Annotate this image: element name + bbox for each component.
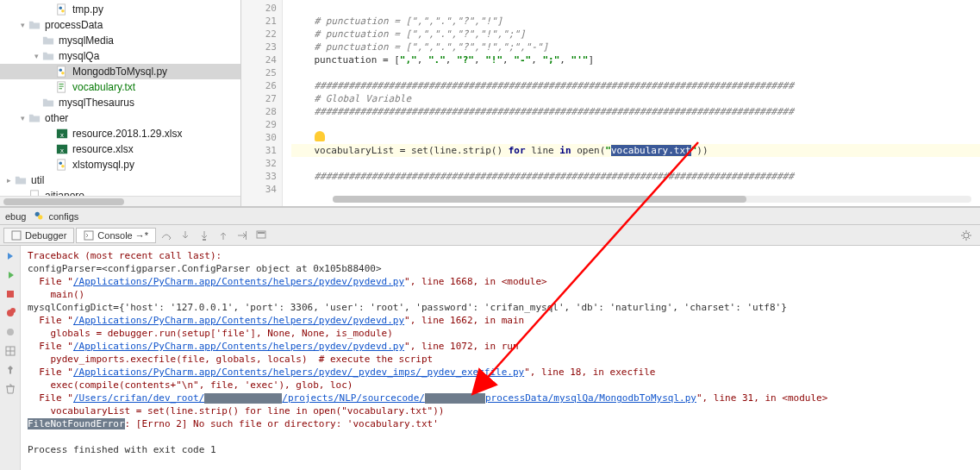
editor-code[interactable]: # punctuation = [",",".","?","!"] # punc… bbox=[283, 0, 980, 206]
trash-button[interactable] bbox=[3, 382, 17, 396]
python-icon bbox=[33, 210, 45, 223]
step-into-button[interactable] bbox=[177, 227, 194, 244]
tree-label: processData bbox=[45, 19, 103, 31]
pin-button[interactable] bbox=[3, 363, 17, 377]
debug-tool-label: ebug bbox=[5, 211, 26, 222]
rerun-button[interactable] bbox=[3, 249, 17, 263]
svg-text:x: x bbox=[60, 131, 64, 139]
tree-item-vocabulary[interactable]: vocabulary.txt bbox=[0, 79, 240, 95]
step-over-button[interactable] bbox=[158, 227, 175, 244]
tree-item-mysqlthesaurus[interactable]: mysqlThesaurus bbox=[0, 95, 240, 110]
debug-side-toolbar bbox=[0, 246, 21, 470]
folder-icon bbox=[41, 49, 55, 63]
selected-text: vocabulary.txt bbox=[611, 145, 691, 156]
run-to-cursor-button[interactable] bbox=[234, 227, 251, 244]
console-line: globals = debugger.run(setup['file'], No… bbox=[28, 327, 975, 340]
folder-icon bbox=[28, 111, 41, 125]
svg-rect-3 bbox=[58, 66, 66, 77]
tree-item-processdata[interactable]: ▾processData bbox=[0, 17, 240, 33]
excel-file-icon: x bbox=[55, 127, 69, 141]
svg-point-27 bbox=[7, 329, 14, 335]
python-file-icon bbox=[55, 158, 69, 172]
svg-point-1 bbox=[59, 7, 63, 10]
editor-pane: 202122232425262728293031323334 # punctua… bbox=[241, 0, 980, 206]
svg-point-16 bbox=[39, 215, 43, 219]
editor-horizontal-scrollbar[interactable] bbox=[333, 196, 971, 203]
chevron-down-icon[interactable]: ▾ bbox=[17, 21, 28, 29]
tree-item-util[interactable]: ▸util bbox=[0, 172, 240, 188]
debugger-tab[interactable]: Debugger bbox=[3, 228, 74, 243]
svg-point-2 bbox=[61, 9, 65, 13]
chevron-down-icon[interactable]: ▾ bbox=[17, 114, 28, 122]
evaluate-button[interactable] bbox=[253, 227, 270, 244]
file-link[interactable]: /Applications/PyCharm.app/Contents/helpe… bbox=[73, 341, 404, 352]
excel-file-icon: x bbox=[55, 142, 69, 156]
svg-rect-20 bbox=[246, 231, 247, 240]
svg-point-26 bbox=[10, 308, 16, 313]
settings-button[interactable] bbox=[958, 227, 975, 244]
tree-item-xlstomysql[interactable]: xlstomysql.py bbox=[0, 157, 240, 172]
resume-button[interactable] bbox=[3, 268, 17, 282]
svg-point-12 bbox=[59, 162, 63, 166]
svg-text:x: x bbox=[60, 147, 64, 154]
file-link[interactable]: /Applications/PyCharm.app/Contents/helpe… bbox=[73, 367, 524, 378]
python-file-icon bbox=[55, 65, 69, 78]
debugger-tabs: Debugger Console →* bbox=[0, 225, 980, 246]
file-icon bbox=[28, 189, 41, 196]
run-config-bar: ebug configs bbox=[0, 207, 980, 225]
layout-button[interactable] bbox=[3, 344, 17, 358]
tree-horizontal-scrollbar[interactable] bbox=[0, 196, 240, 206]
tree-label: mysqlThesaurus bbox=[59, 97, 134, 109]
console-line: Traceback (most recent call last): bbox=[28, 249, 975, 262]
stop-button[interactable] bbox=[3, 287, 17, 301]
tree-item-mysqlqa[interactable]: ▾mysqlQa bbox=[0, 48, 240, 64]
svg-rect-6 bbox=[58, 82, 66, 92]
tree-item-tmp[interactable]: tmp.py bbox=[0, 2, 240, 17]
project-tree[interactable]: tmp.py ▾processData mysqlMedia ▾mysqlQa … bbox=[0, 0, 240, 196]
console-line: Process finished with exit code 1 bbox=[28, 443, 975, 456]
console-line: vocabularyList = set(line.strip() for li… bbox=[28, 404, 975, 417]
tree-item-resource-dated[interactable]: xresource.2018.1.29.xlsx bbox=[0, 126, 240, 141]
chevron-down-icon[interactable]: ▾ bbox=[31, 52, 41, 60]
view-breakpoints-button[interactable] bbox=[3, 306, 17, 320]
tree-label: vocabulary.txt bbox=[72, 81, 135, 93]
tree-item-other[interactable]: ▾other bbox=[0, 110, 240, 126]
folder-icon bbox=[41, 34, 55, 47]
python-file-icon bbox=[55, 3, 69, 16]
svg-rect-24 bbox=[7, 291, 14, 298]
console-output[interactable]: Traceback (most recent call last): confi… bbox=[21, 246, 980, 470]
tree-label: MongodbToMysql.py bbox=[72, 66, 167, 78]
svg-point-13 bbox=[61, 165, 65, 168]
tree-label: mysqlMedia bbox=[59, 34, 114, 47]
mute-breakpoints-button[interactable] bbox=[3, 325, 17, 339]
step-into-my-button[interactable] bbox=[196, 227, 213, 244]
tree-label: xlstomysql.py bbox=[72, 159, 134, 171]
file-link[interactable]: /Applications/PyCharm.app/Contents/helpe… bbox=[73, 315, 404, 326]
console-line: mysqlConfigDict={'host': '127.0.0.1', 'p… bbox=[28, 301, 975, 314]
file-link[interactable]: /Users/crifan/dev_root//projects/NLP/sou… bbox=[73, 392, 696, 404]
console-tab[interactable]: Console →* bbox=[76, 228, 156, 243]
tree-label: aitianoro bbox=[45, 190, 84, 196]
chevron-right-icon[interactable]: ▸ bbox=[3, 176, 14, 185]
svg-rect-11 bbox=[58, 160, 66, 170]
step-out-button[interactable] bbox=[215, 227, 232, 244]
svg-point-5 bbox=[61, 72, 65, 75]
redacted-text bbox=[425, 393, 485, 404]
svg-point-4 bbox=[59, 69, 63, 72]
console-line: exec(compile(contents+"\n", file, 'exec'… bbox=[28, 379, 975, 392]
tree-label: resource.xlsx bbox=[72, 143, 134, 155]
tree-item-resource[interactable]: xresource.xlsx bbox=[0, 141, 240, 157]
tree-item-mysqlmedia[interactable]: mysqlMedia bbox=[0, 33, 240, 48]
svg-rect-17 bbox=[12, 231, 21, 240]
tree-item-aitianoro[interactable]: aitianoro bbox=[0, 188, 240, 196]
console-line: configParser=<configparser.ConfigParser … bbox=[28, 262, 975, 275]
tree-label: tmp.py bbox=[72, 3, 103, 16]
run-config-name[interactable]: configs bbox=[48, 211, 78, 222]
tree-item-mongodbtomysql[interactable]: MongodbToMysql.py bbox=[0, 64, 240, 79]
tree-label: other bbox=[45, 112, 68, 124]
file-link[interactable]: /Applications/PyCharm.app/Contents/helpe… bbox=[73, 276, 404, 287]
svg-rect-0 bbox=[58, 4, 66, 15]
svg-rect-19 bbox=[203, 239, 206, 241]
svg-rect-22 bbox=[258, 232, 265, 234]
intention-bulb-icon[interactable] bbox=[315, 131, 325, 141]
